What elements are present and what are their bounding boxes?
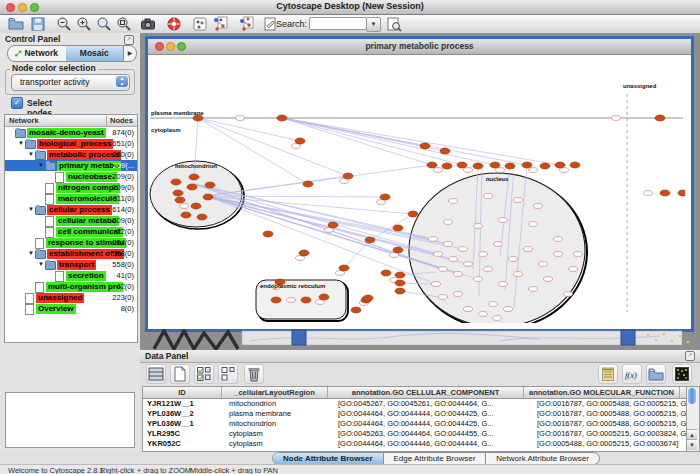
select-attributes-icon[interactable] xyxy=(194,364,214,384)
color-attribute-select[interactable]: transporter activity ▲▼ xyxy=(11,74,130,91)
search-dropdown-icon[interactable]: ▼ xyxy=(366,17,381,32)
network-window-titlebar[interactable]: primary metabolic process xyxy=(148,39,691,55)
tab-edge-attribute-browser[interactable]: Edge Attribute Browser xyxy=(384,453,487,464)
zoom-out-icon[interactable] xyxy=(56,16,72,32)
table-row[interactable]: YPL036W__1mitochondrion[GO:0044464, GO:0… xyxy=(143,419,687,429)
table-row[interactable]: YLR295Ccytoplasm[GO:0045263, GO:0044464,… xyxy=(143,429,687,439)
tree-row-unassigned[interactable]: unassigned223(0) xyxy=(5,292,137,303)
birds-eye-view[interactable] xyxy=(5,392,135,448)
select-all-rows-icon[interactable] xyxy=(146,364,166,384)
network-view-window[interactable]: primary metabolic process plasma membran… xyxy=(145,36,694,332)
scroll-down-icon[interactable]: ▼ xyxy=(687,439,697,450)
search-input[interactable] xyxy=(309,17,367,30)
tree-row-nucleobase-[interactable]: nucleobase-209(0) xyxy=(5,171,137,182)
tab-network-attribute-browser[interactable]: Network Attribute Browser xyxy=(486,453,598,464)
snapshot-icon[interactable] xyxy=(140,16,156,32)
copy-network-icon[interactable] xyxy=(238,16,254,32)
scrollbar-thumb[interactable] xyxy=(688,388,696,404)
graph-node-label xyxy=(564,292,573,297)
tree-expander-icon[interactable]: ▼ xyxy=(18,138,25,149)
tab-network[interactable]: Network xyxy=(8,46,66,61)
graph-node-label xyxy=(464,262,473,267)
graph-node-label xyxy=(529,168,538,173)
tree-row-nitrogen-compo[interactable]: nitrogen compo209(0) xyxy=(5,182,137,193)
tree-row-cellular-metabo[interactable]: cellular metabo209(0) xyxy=(5,215,137,226)
tree-expander-icon[interactable]: ▼ xyxy=(28,248,35,259)
column-header[interactable]: annotation.GO MOLECULAR_FUNCTION xyxy=(524,387,680,398)
tab-node-attribute-browser[interactable]: Node Attribute Browser xyxy=(273,453,384,464)
open-icon[interactable] xyxy=(8,16,24,32)
layout-network-icon[interactable] xyxy=(212,16,228,32)
control-panel: Control Panel ↗ Network Mosaic ▶ Node co… xyxy=(0,33,141,464)
tree-row-cellular-process[interactable]: ▼cellular process614(0) xyxy=(5,204,137,215)
tree-row-mosaic-demo-yeast[interactable]: mosaic-demo-yeast874(0) xyxy=(5,127,137,138)
graph-node-label xyxy=(504,307,513,312)
tree-row-label: primary metabo xyxy=(57,161,121,171)
tree-row-multi-organism-pro[interactable]: multi-organism pro42(0) xyxy=(5,281,137,292)
tree-row-metabolic-process[interactable]: ▼metabolic process280(0) xyxy=(5,149,137,160)
table-row[interactable]: YKR052Ccytoplasm[GO:0044464, GO:0044446,… xyxy=(143,439,687,449)
search-options-icon[interactable] xyxy=(386,16,402,32)
tab-mosaic[interactable]: Mosaic xyxy=(66,46,124,61)
graph-node xyxy=(197,214,207,220)
zoom-in-icon[interactable] xyxy=(76,16,92,32)
vizmapper-icon[interactable] xyxy=(192,16,208,32)
table-cell: [GO:0005488, GO:0005215, GO:0003674] xyxy=(533,439,688,449)
save-icon[interactable] xyxy=(30,16,46,32)
graph-node xyxy=(540,163,550,169)
graph-node xyxy=(328,222,338,228)
tree-row-primary-metabo[interactable]: ▼primary metabo209(... xyxy=(5,160,137,171)
tree-row-label: macromolecule xyxy=(56,194,119,204)
network-graph-canvas[interactable]: plasma membranecytoplasmmitochondrionnuc… xyxy=(148,54,685,323)
tabs-overflow-arrow-icon[interactable]: ▶ xyxy=(123,46,136,61)
graph-node xyxy=(191,203,201,209)
tree-expander-icon[interactable]: ▼ xyxy=(28,149,35,160)
graph-node-label xyxy=(534,204,543,209)
tree-row-macromolecule[interactable]: macromolecule311(0) xyxy=(5,193,137,204)
zoom-selected-icon[interactable] xyxy=(116,16,132,32)
network-tab-icon xyxy=(15,47,22,54)
tree-row-cell-communicat[interactable]: cell communicat22(0) xyxy=(5,226,137,237)
table-row[interactable]: YPL036W__2plasma membrane[GO:0044464, GO… xyxy=(143,409,687,419)
notepad-icon[interactable] xyxy=(598,364,618,384)
matrix-icon[interactable] xyxy=(672,364,692,384)
tree-row-overview[interactable]: Overview8(0) xyxy=(5,303,137,314)
column-header[interactable]: ID xyxy=(143,387,222,398)
select-nodes-checkbox[interactable]: ✓ xyxy=(11,97,23,109)
table-cell: cytoplasm xyxy=(225,439,334,449)
tree-row-establishment-of-lo[interactable]: ▼establishment of lo558(0) xyxy=(5,248,137,259)
tree-expander-icon[interactable]: ▼ xyxy=(28,204,35,215)
function-builder-icon[interactable]: f(x) xyxy=(622,364,642,384)
attribute-table[interactable]: ID_cellularLayoutRegionannotation.GO CEL… xyxy=(142,386,688,452)
float-data-panel-icon[interactable]: ↗ xyxy=(685,351,695,361)
table-row[interactable]: YJR121W__1mitochondrion[GO:0045267, GO:0… xyxy=(143,399,687,409)
tree-row-label: multi-organism pro xyxy=(46,282,123,292)
tree-row-secretion[interactable]: secretion41(0) xyxy=(5,270,137,281)
table-cell: [GO:0044464, GO:0044446, GO:0044444, G..… xyxy=(334,439,533,449)
graph-node xyxy=(277,115,287,121)
status-zoom-hint: Right-click + drag to ZOOM xyxy=(100,466,191,474)
graph-node-label xyxy=(612,116,621,121)
tree-expander-icon[interactable]: ▼ xyxy=(38,160,45,171)
table-cell: mitochondrion xyxy=(225,419,334,429)
graph-node-label xyxy=(429,237,438,242)
tree-row-response-to-stimulu[interactable]: response to stimulu264(0) xyxy=(5,237,137,248)
import-attributes-icon[interactable] xyxy=(646,364,666,384)
graph-node-label xyxy=(484,267,493,272)
delete-attribute-icon[interactable] xyxy=(244,364,264,384)
graph-node-label xyxy=(459,247,468,252)
new-attribute-icon[interactable] xyxy=(170,364,190,384)
table-scrollbar[interactable]: ▲ ▼ xyxy=(686,386,700,452)
tree-row-biological-process[interactable]: ▼biological_process651(0) xyxy=(5,138,137,149)
tree-row-transport[interactable]: ▼transport558(0) xyxy=(5,259,137,270)
graph-node xyxy=(505,163,515,169)
graph-node xyxy=(490,162,500,168)
tree-expander-icon[interactable]: ▼ xyxy=(38,259,45,270)
zoom-fit-icon[interactable] xyxy=(96,16,112,32)
graph-edge xyxy=(206,196,436,284)
column-header[interactable]: annotation.GO CELLULAR_COMPONENT xyxy=(328,387,524,398)
column-header[interactable]: _cellularLayoutRegion xyxy=(222,387,328,398)
float-panel-icon[interactable]: ↗ xyxy=(124,35,134,45)
help-icon[interactable] xyxy=(166,16,182,32)
unselect-attributes-icon[interactable] xyxy=(218,364,238,384)
